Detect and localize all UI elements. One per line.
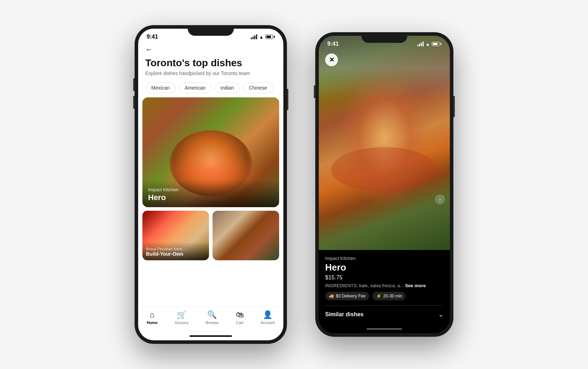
grocery-icon: 🛒 (177, 310, 186, 319)
close-button[interactable]: ✕ (325, 53, 338, 66)
pill-mexican[interactable]: Mexican (145, 83, 176, 93)
app-content: 9:41 ▲ ← Toronto's top dishes Explore (138, 29, 283, 340)
pill-indian[interactable]: Indian (214, 83, 240, 93)
pill-american[interactable]: American (179, 83, 211, 93)
see-more-link[interactable]: See more (405, 283, 426, 288)
time-right: 9:41 (327, 41, 339, 47)
small-food-image-2 (213, 211, 279, 260)
status-icons-right: ▲ (417, 41, 441, 47)
time-badge: ⚡ 20-30 min (373, 292, 406, 300)
page-title-section: Toronto's top dishes Explore dishes hand… (138, 56, 283, 80)
small-card-2[interactable] (213, 211, 279, 260)
time-icon: ⚡ (376, 294, 381, 299)
wifi-icon-right: ▲ (425, 41, 430, 47)
time-label: 20-30 min (383, 294, 402, 299)
home-indicator-left (138, 332, 283, 340)
cart-icon: 🛍 (236, 310, 244, 319)
battery-icon-right (432, 42, 441, 46)
wifi-icon-left: ▲ (259, 34, 264, 40)
status-icons-left: ▲ (251, 34, 275, 40)
delivery-label: $0 Delivery Fee (336, 294, 366, 299)
home-icon: ⌂ (150, 310, 154, 319)
similar-dishes-label: Similar dishes (325, 311, 364, 318)
delivery-icon: 🚚 (329, 294, 334, 299)
nav-browse-label: Browse (206, 320, 219, 325)
detail-price: $15.75 (325, 274, 443, 281)
small-cards: Brasa Peruvian Kitch... Build-Your-Own (142, 211, 279, 260)
account-icon: 👤 (263, 310, 272, 319)
right-screen-content: 9:41 ▲ ✕ › (319, 36, 450, 333)
bottom-nav: ⌂ Home 🛒 Grocery 🔍 Browse 🛍 Cart 👤 (138, 306, 283, 332)
page-title: Toronto's top dishes (145, 57, 276, 69)
left-screen: 9:41 ▲ ← Toronto's top dishes Explore (138, 29, 283, 340)
signal-icon-right (417, 41, 424, 46)
detail-dish-name: Hero (325, 262, 443, 273)
left-phone: 9:41 ▲ ← Toronto's top dishes Explore (135, 25, 287, 344)
back-button[interactable]: ← (138, 41, 283, 56)
status-bar-right: 9:41 ▲ (319, 36, 450, 49)
signal-icon-left (251, 34, 257, 39)
nav-account-label: Account (261, 320, 275, 325)
nav-cart[interactable]: 🛍 Cart (236, 310, 244, 325)
small-dish-1: Build-Your-Own (146, 251, 205, 257)
nav-browse[interactable]: 🔍 Browse (206, 310, 219, 325)
category-pills: Mexican American Indian Chinese (138, 80, 283, 97)
nav-home-label: Home (147, 320, 158, 325)
page-subtitle: Explore dishes handpicked by our Toronto… (145, 70, 276, 76)
hero-dish-name: Hero (148, 193, 273, 202)
nav-cart-label: Cart (236, 320, 243, 325)
delivery-fee-badge: 🚚 $0 Delivery Fee (325, 292, 369, 300)
dishes-scroll[interactable]: Impact Kitchen Hero Brasa Peruvian Kitch… (138, 97, 283, 306)
nav-account[interactable]: 👤 Account (261, 310, 275, 325)
dish-detail-panel: Impact Kitchen Hero $15.75 INGREDIENTS: … (319, 250, 450, 333)
detail-ingredients: INGREDIENTS: kale, salsa fresca, a... Se… (325, 283, 443, 288)
nav-grocery-label: Grocery (175, 320, 188, 325)
chevron-right-icon[interactable]: › (435, 194, 445, 204)
hero-restaurant: Impact Kitchen (148, 187, 273, 192)
hero-overlay: Impact Kitchen Hero (142, 180, 279, 207)
battery-icon-left (265, 35, 275, 39)
chevron-down-icon[interactable]: ⌄ (438, 311, 443, 318)
nav-grocery[interactable]: 🛒 Grocery (175, 310, 188, 325)
detail-badges: 🚚 $0 Delivery Fee ⚡ 20-30 min (325, 292, 443, 300)
right-screen: 9:41 ▲ ✕ › (319, 36, 450, 333)
home-indicator-right (325, 322, 443, 333)
pill-chinese[interactable]: Chinese (243, 83, 273, 93)
small-restaurant-1: Brasa Peruvian Kitch... (146, 247, 205, 251)
right-phone: 9:41 ▲ ✕ › (315, 32, 453, 337)
nav-home[interactable]: ⌂ Home (147, 310, 158, 325)
browse-icon: 🔍 (207, 310, 217, 319)
hero-card[interactable]: Impact Kitchen Hero (142, 97, 279, 207)
small-card-1[interactable]: Brasa Peruvian Kitch... Build-Your-Own (142, 211, 209, 260)
detail-restaurant: Impact Kitchen (325, 256, 443, 261)
similar-dishes-row[interactable]: Similar dishes ⌄ (325, 305, 443, 322)
time-left: 9:41 (147, 34, 158, 40)
small-overlay-1: Brasa Peruvian Kitch... Build-Your-Own (142, 242, 209, 260)
full-food-image (319, 36, 450, 250)
notch (188, 25, 234, 36)
